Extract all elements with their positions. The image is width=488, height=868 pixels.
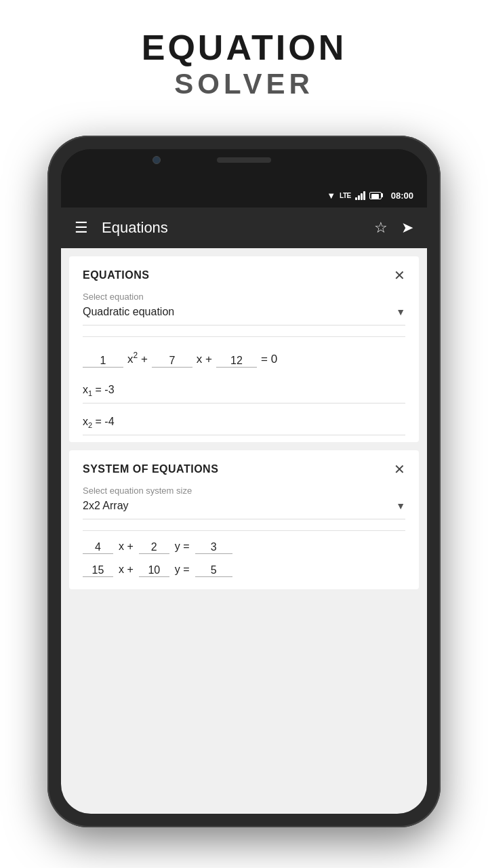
solution-x1-row: x1 = -3 <box>83 378 405 403</box>
phone-speaker <box>217 157 271 163</box>
coeff-b-wrap <box>152 355 192 368</box>
toolbar-actions: ☆ ➤ <box>374 219 413 237</box>
app-title-line2: SOLVER <box>0 68 488 100</box>
system-row-1: x + y = <box>69 531 419 554</box>
app-title-area: EQUATION SOLVER <box>0 0 488 121</box>
equals-zero-text: = 0 <box>261 353 277 368</box>
sys-row2-var2: y = <box>175 564 190 577</box>
main-content: EQUATIONS ✕ Select equation Quadratic eq… <box>61 248 427 814</box>
system-card-title: SYSTEM OF EQUATIONS <box>83 463 218 475</box>
signal-bar-3 <box>361 193 363 200</box>
phone-camera <box>152 156 161 164</box>
lte-indicator: LTE <box>340 192 351 199</box>
status-time: 08:00 <box>391 191 413 201</box>
coeff-a-wrap <box>83 355 123 368</box>
sys-row2-var1: x + <box>119 564 134 577</box>
solution-x1-text: x1 = -3 <box>83 384 115 397</box>
equations-dropdown-text: Quadratic equation <box>83 306 174 318</box>
menu-icon[interactable]: ☰ <box>75 219 88 237</box>
equation-section: x2 + x + = 0 x1 = -3 <box>69 337 419 442</box>
battery-icon <box>369 192 383 199</box>
status-bar: ▼ LTE 08:00 <box>61 183 427 208</box>
x-text: x + <box>197 353 212 368</box>
coeff-c-wrap <box>216 355 257 368</box>
phone-screen: ▼ LTE 08:00 <box>61 149 427 814</box>
app-title-line1: EQUATION <box>0 27 488 68</box>
sys-row1-coeff2[interactable] <box>139 541 169 554</box>
phone-frame: ▼ LTE 08:00 <box>47 136 441 827</box>
sys-row1-coeff1[interactable] <box>83 541 113 554</box>
coeff-b-input[interactable] <box>152 355 192 368</box>
system-card-header: SYSTEM OF EQUATIONS ✕ <box>69 450 419 486</box>
sys-row1-var1: x + <box>119 540 134 554</box>
system-select-label: Select equation system size <box>69 486 419 500</box>
signal-bars <box>355 191 365 200</box>
system-close-button[interactable]: ✕ <box>394 461 405 477</box>
share-icon[interactable]: ➤ <box>401 219 413 237</box>
solution-x2-row: x2 = -4 <box>83 410 405 435</box>
star-icon[interactable]: ☆ <box>374 219 388 237</box>
sys-row1-val[interactable] <box>195 541 232 554</box>
battery-body <box>369 192 382 199</box>
equations-card-title: EQUATIONS <box>83 269 149 281</box>
equations-dropdown[interactable]: Quadratic equation ▼ <box>83 306 405 326</box>
phone-top-bar <box>61 149 427 183</box>
system-dropdown-arrow: ▼ <box>396 500 405 511</box>
signal-bar-1 <box>355 197 357 200</box>
toolbar-title: Equations <box>102 219 374 237</box>
status-icons: ▼ LTE 08:00 <box>327 191 413 201</box>
system-dropdown-text: 2x2 Array <box>83 500 129 512</box>
sys-row2-val[interactable] <box>195 564 232 577</box>
signal-bar-2 <box>358 195 360 200</box>
equations-select-label: Select equation <box>69 292 419 306</box>
signal-bar-4 <box>363 191 365 200</box>
sys-row2-coeff2[interactable] <box>139 564 169 577</box>
x-squared-text: x2 + <box>127 351 148 368</box>
equations-card: EQUATIONS ✕ Select equation Quadratic eq… <box>69 256 419 442</box>
coeff-c-input[interactable] <box>216 355 257 368</box>
equations-card-header: EQUATIONS ✕ <box>69 256 419 292</box>
equation-input-row: x2 + x + = 0 <box>83 351 405 368</box>
solution-x2-text: x2 = -4 <box>83 416 115 429</box>
system-equations-card: SYSTEM OF EQUATIONS ✕ Select equation sy… <box>69 450 419 589</box>
sys-row1-var2: y = <box>175 540 190 554</box>
app-toolbar: ☰ Equations ☆ ➤ <box>61 208 427 248</box>
equations-dropdown-arrow: ▼ <box>396 307 405 317</box>
wifi-icon: ▼ <box>327 191 336 201</box>
battery-fill <box>371 194 379 199</box>
system-row-2: x + y = <box>69 554 419 577</box>
system-dropdown[interactable]: 2x2 Array ▼ <box>83 500 405 519</box>
sys-row2-coeff1[interactable] <box>83 564 113 577</box>
equations-close-button[interactable]: ✕ <box>394 267 405 283</box>
coeff-a-input[interactable] <box>83 355 123 368</box>
